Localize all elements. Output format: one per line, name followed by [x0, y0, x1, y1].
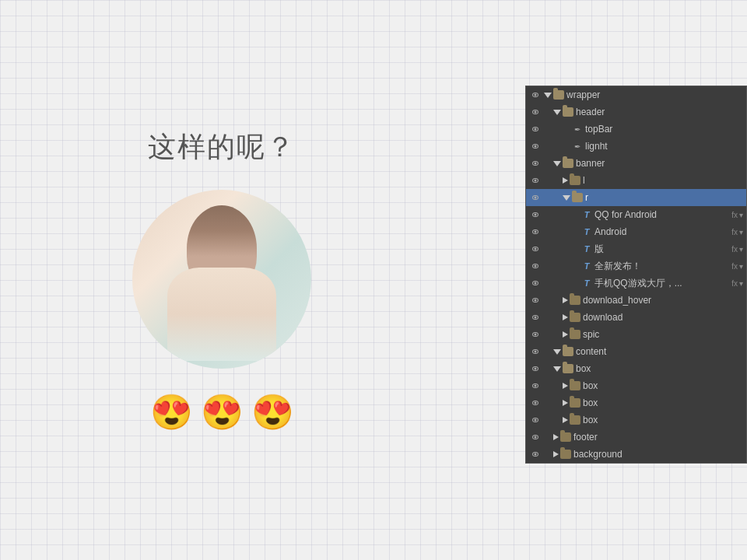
eye-icon[interactable]	[529, 345, 542, 358]
eye-icon[interactable]	[529, 140, 542, 152]
fx-arrow-icon: ▾	[739, 245, 743, 254]
layer-qq-android[interactable]: T QQ for Android fx ▾	[526, 206, 746, 223]
text-layer-icon: T	[581, 261, 592, 271]
layer-box-outer[interactable]: box	[526, 360, 746, 377]
layer-ban[interactable]: T 版 fx ▾	[526, 240, 746, 257]
layer-download-hover[interactable]: download_hover	[526, 292, 746, 309]
avatar	[132, 190, 311, 369]
eye-icon[interactable]	[529, 123, 542, 135]
folder-icon	[570, 415, 580, 425]
text-layer-icon: T	[581, 210, 592, 219]
triangle-right-icon	[553, 451, 559, 457]
eye-icon[interactable]	[529, 260, 542, 272]
triangle-down-icon	[553, 349, 561, 355]
layer-box-2[interactable]: box	[526, 394, 746, 411]
folder-icon	[560, 450, 571, 459]
left-content: 这样的呢？ 😍 😍 😍	[0, 0, 444, 560]
text-layer-icon: T	[581, 227, 592, 236]
eye-icon[interactable]	[529, 106, 542, 118]
layers-panel: wrapper header ✒ topBar ✒ lignht banner	[525, 86, 747, 464]
layer-box-1[interactable]: box	[526, 377, 746, 394]
layer-name: box	[583, 415, 743, 425]
layer-name: box	[576, 363, 743, 374]
layer-name: box	[583, 397, 743, 408]
layer-banner[interactable]: banner	[526, 155, 746, 172]
layer-shouji[interactable]: T 手机QQ游戏大厅，... fx ▾	[526, 275, 746, 292]
eye-icon[interactable]	[529, 191, 542, 204]
layer-wrapper[interactable]: wrapper	[526, 86, 746, 103]
eye-icon[interactable]	[529, 243, 542, 255]
triangle-down-icon	[553, 366, 561, 372]
eye-icon[interactable]	[529, 157, 542, 170]
layer-name: 版	[594, 243, 728, 256]
fx-arrow-icon: ▾	[739, 211, 743, 219]
layer-name: background	[573, 449, 743, 460]
folder-icon	[570, 313, 580, 322]
layer-name: box	[583, 380, 743, 391]
folder-icon	[560, 432, 571, 442]
layer-spic[interactable]: spic	[526, 326, 746, 343]
folder-icon	[570, 381, 580, 390]
layer-quanxin[interactable]: T 全新发布！ fx ▾	[526, 257, 746, 275]
folder-icon	[570, 296, 580, 305]
fx-arrow-icon: ▾	[739, 279, 743, 288]
layer-name: QQ for Android	[594, 209, 728, 220]
eye-icon[interactable]	[529, 448, 542, 460]
eye-icon[interactable]	[529, 208, 542, 221]
layer-header[interactable]: header	[526, 103, 746, 121]
layer-box-3[interactable]: box	[526, 411, 746, 429]
layer-footer[interactable]: footer	[526, 429, 746, 446]
triangle-right-icon	[563, 314, 568, 320]
eye-icon[interactable]	[529, 414, 542, 426]
layer-name: spic	[583, 329, 743, 340]
triangle-down-icon	[563, 195, 570, 201]
fx-arrow-icon: ▾	[739, 228, 743, 236]
folder-icon	[563, 364, 573, 373]
folder-icon	[563, 159, 573, 168]
layer-name: r	[585, 192, 743, 203]
layer-lignht[interactable]: ✒ lignht	[526, 138, 746, 155]
folder-icon	[563, 107, 573, 117]
eye-icon[interactable]	[529, 397, 542, 409]
eye-icon[interactable]	[529, 362, 542, 375]
triangle-right-icon	[553, 434, 559, 440]
layer-download[interactable]: download	[526, 309, 746, 326]
layer-name: footer	[573, 432, 743, 443]
triangle-right-icon	[563, 400, 568, 406]
eye-icon[interactable]	[529, 311, 542, 324]
fx-badge: fx	[731, 279, 738, 288]
triangle-right-icon	[563, 177, 568, 184]
layer-content[interactable]: content	[526, 343, 746, 360]
text-layer-icon: T	[581, 278, 592, 288]
eye-icon[interactable]	[529, 328, 542, 341]
layer-name: download	[583, 312, 743, 323]
pen-icon: ✒	[572, 125, 583, 134]
folder-icon	[570, 176, 580, 185]
layer-background[interactable]: background	[526, 446, 746, 463]
triangle-right-icon	[563, 297, 568, 303]
eye-icon[interactable]	[529, 380, 542, 392]
folder-icon	[570, 398, 580, 408]
triangle-down-icon	[544, 93, 552, 98]
triangle-down-icon	[553, 110, 561, 115]
layer-name: lignht	[585, 141, 743, 152]
eye-icon[interactable]	[529, 174, 542, 187]
emoji-row: 😍 😍 😍	[150, 392, 294, 432]
layer-android[interactable]: T Android fx ▾	[526, 223, 746, 240]
layer-name: 手机QQ游戏大厅，...	[594, 277, 728, 290]
layer-l[interactable]: l	[526, 172, 746, 189]
fx-badge: fx	[731, 228, 738, 236]
eye-icon[interactable]	[529, 294, 542, 306]
layer-r[interactable]: r	[526, 189, 746, 206]
layer-name: download_hover	[583, 295, 743, 306]
layer-topbar[interactable]: ✒ topBar	[526, 121, 746, 138]
folder-icon	[572, 193, 583, 202]
folder-icon	[553, 90, 564, 100]
triangle-down-icon	[553, 161, 561, 166]
layer-name: l	[583, 175, 743, 186]
eye-icon[interactable]	[529, 277, 542, 289]
eye-icon[interactable]	[529, 89, 542, 101]
eye-icon[interactable]	[529, 431, 542, 443]
triangle-right-icon	[563, 383, 568, 389]
eye-icon[interactable]	[529, 226, 542, 238]
